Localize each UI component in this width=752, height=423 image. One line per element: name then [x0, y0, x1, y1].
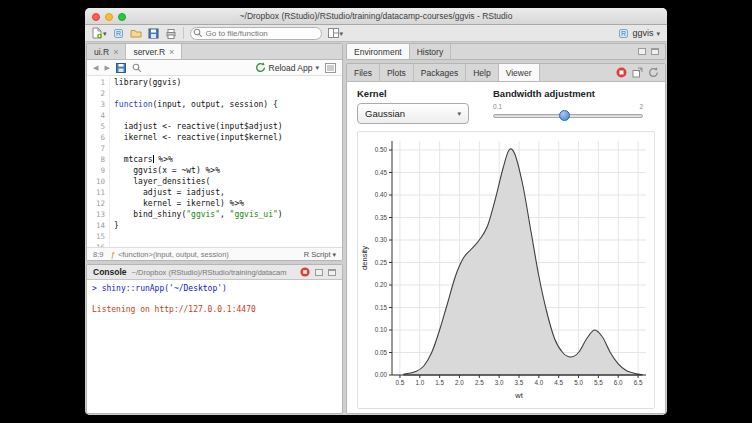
- tab-packages[interactable]: Packages: [414, 64, 466, 81]
- new-file-icon: [92, 27, 102, 39]
- svg-text:6.5: 6.5: [634, 379, 643, 386]
- slider-min-label: 0.1: [493, 103, 502, 110]
- stop-icon[interactable]: [300, 267, 310, 277]
- line-number: 15: [87, 231, 110, 242]
- code-line[interactable]: 12 kernel = ikernel) %>%: [87, 198, 342, 209]
- reload-app-label: Reload App: [269, 63, 313, 73]
- code-line[interactable]: 9 ggvis(x = ~wt) %>%: [87, 165, 342, 176]
- project-icon: R: [618, 28, 629, 39]
- density-plot: 0.51.01.52.02.53.03.54.04.55.05.56.06.50…: [357, 131, 655, 409]
- open-folder-icon: [130, 28, 142, 38]
- reload-app-button[interactable]: Reload App ▾: [255, 62, 319, 73]
- save-button[interactable]: [148, 28, 159, 39]
- source-menu-icon[interactable]: [325, 63, 336, 73]
- print-button[interactable]: [165, 28, 177, 39]
- code-line[interactable]: 1library(ggvis): [87, 77, 342, 88]
- console-output[interactable]: > shiny::runApp('~/Desktop') Listening o…: [87, 280, 342, 413]
- tab-label: History: [417, 47, 443, 57]
- caret-down-icon: ▾: [332, 251, 336, 258]
- code-line[interactable]: 14}: [87, 220, 342, 231]
- slider-handle[interactable]: [559, 110, 570, 121]
- minimize-pane-icon[interactable]: [638, 48, 646, 55]
- code-line[interactable]: 7: [87, 143, 342, 154]
- svg-text:R: R: [621, 30, 626, 37]
- code-line[interactable]: 2: [87, 88, 342, 99]
- line-number: 6: [87, 132, 110, 143]
- tab-help[interactable]: Help: [466, 64, 498, 81]
- code-line[interactable]: 15: [87, 231, 342, 242]
- svg-text:3.0: 3.0: [495, 379, 504, 386]
- zoom-window-button[interactable]: [118, 13, 126, 21]
- project-name: ggvis: [632, 28, 653, 38]
- svg-text:0.20: 0.20: [375, 281, 388, 288]
- editor-tab-ui-r[interactable]: ui.R×: [87, 44, 126, 59]
- minimize-window-button[interactable]: [105, 13, 113, 21]
- search-icon: [193, 28, 203, 38]
- save-icon[interactable]: [116, 63, 126, 73]
- tab-label: Plots: [387, 68, 406, 78]
- viewer-pane: FilesPlotsPackagesHelpViewer Kernel Gaus…: [346, 63, 666, 414]
- tab-label: server.R: [133, 47, 165, 57]
- console-line: [92, 295, 337, 306]
- code-line[interactable]: 11 adjust = iadjust,: [87, 187, 342, 198]
- code-editor[interactable]: 1library(ggvis)23function(input, output,…: [87, 76, 342, 247]
- scope-indicator[interactable]: ƒ <function>(input, output, session): [110, 250, 228, 259]
- svg-text:wt: wt: [514, 391, 523, 400]
- project-menu-button[interactable]: R ggvis ▾: [618, 28, 660, 39]
- tab-history[interactable]: History: [410, 44, 451, 59]
- panes-button[interactable]: ▾: [328, 28, 344, 38]
- line-number: 10: [87, 176, 110, 187]
- svg-text:4.0: 4.0: [534, 379, 543, 386]
- code-line[interactable]: 3function(input, output, session) {: [87, 99, 342, 110]
- code-line[interactable]: 5 iadjust <- reactive(input$adjust): [87, 121, 342, 132]
- close-tab-icon[interactable]: ×: [169, 47, 174, 57]
- line-number: 9: [87, 165, 110, 176]
- svg-text:6.0: 6.0: [614, 379, 623, 386]
- svg-text:0.00: 0.00: [375, 371, 388, 378]
- svg-text:0.5: 0.5: [396, 379, 405, 386]
- minimize-pane-icon[interactable]: [315, 269, 323, 276]
- svg-text:3.5: 3.5: [515, 379, 524, 386]
- stop-app-icon[interactable]: [616, 67, 627, 78]
- find-icon[interactable]: [132, 63, 142, 73]
- tab-environment[interactable]: Environment: [347, 44, 410, 59]
- viewer-tab-strip: FilesPlotsPackagesHelpViewer: [347, 64, 665, 82]
- tab-files[interactable]: Files: [347, 64, 380, 81]
- environment-history-pane: EnvironmentHistory: [346, 43, 666, 60]
- new-file-button[interactable]: ▾: [92, 27, 107, 39]
- tab-plots[interactable]: Plots: [380, 64, 414, 81]
- bandwidth-slider[interactable]: 0.1 2: [493, 105, 643, 126]
- goto-file-input[interactable]: [190, 27, 322, 40]
- kernel-select[interactable]: Gaussian ▾: [357, 103, 469, 124]
- back-icon[interactable]: ◀: [93, 64, 98, 72]
- caret-down-icon: ▾: [656, 30, 660, 37]
- forward-icon[interactable]: ▶: [104, 64, 109, 72]
- refresh-icon[interactable]: [648, 67, 659, 78]
- goto-file-search[interactable]: [190, 27, 322, 40]
- function-icon: ƒ: [110, 250, 114, 259]
- density-plot-svg: 0.51.01.52.02.53.03.54.04.55.05.56.06.50…: [359, 133, 655, 401]
- code-line[interactable]: 6 ikernel <- reactive(input$kernel): [87, 132, 342, 143]
- code-line[interactable]: 10 layer_densities(: [87, 176, 342, 187]
- close-window-button[interactable]: [92, 13, 100, 21]
- close-tab-icon[interactable]: ×: [113, 47, 118, 57]
- editor-tab-server-r[interactable]: server.R×: [126, 44, 182, 59]
- open-in-new-window-icon[interactable]: [632, 67, 643, 78]
- open-file-button[interactable]: [130, 28, 142, 38]
- code-line[interactable]: 4: [87, 110, 342, 121]
- editor-toolbar: ◀ ▶ Reload App ▾: [87, 60, 342, 76]
- maximize-pane-icon[interactable]: [328, 269, 336, 276]
- line-number: 4: [87, 110, 110, 121]
- code-line[interactable]: 8 mtcars %>%: [87, 154, 342, 165]
- tab-viewer[interactable]: Viewer: [499, 64, 540, 81]
- slider-max-label: 2: [639, 103, 643, 110]
- svg-text:2.0: 2.0: [455, 379, 464, 386]
- svg-text:0.30: 0.30: [375, 236, 388, 243]
- code-line[interactable]: 13 bind_shiny("ggvis", "ggvis_ui"): [87, 209, 342, 220]
- new-project-button[interactable]: R: [113, 28, 124, 39]
- save-icon: [148, 28, 159, 39]
- maximize-pane-icon[interactable]: [651, 48, 659, 55]
- doc-type-selector[interactable]: R Script ▾: [304, 250, 336, 259]
- console-tab-label[interactable]: Console: [93, 267, 127, 277]
- tab-label: ui.R: [94, 47, 109, 57]
